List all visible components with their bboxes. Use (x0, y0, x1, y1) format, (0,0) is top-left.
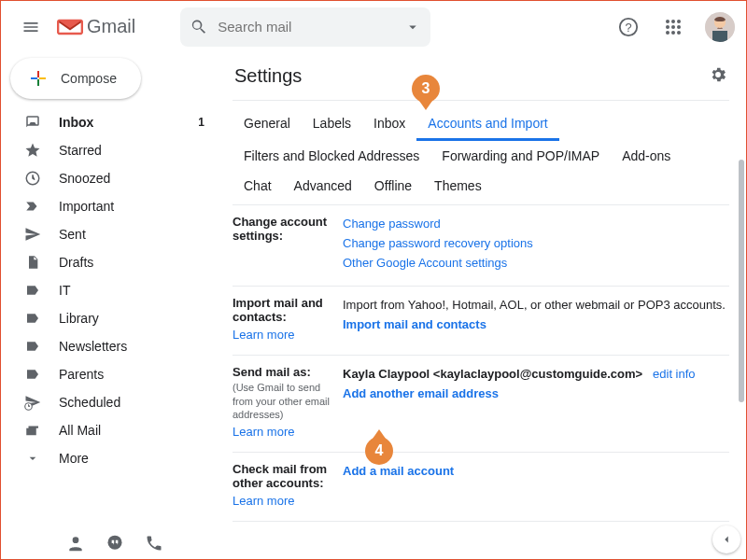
sidebar-item-inbox[interactable]: Inbox 1 (1, 108, 216, 136)
tab-offline[interactable]: Offline (363, 171, 423, 201)
sidebar-item-label: Starred (59, 143, 204, 158)
settings-tabs: General Labels Inbox Accounts and Import… (233, 101, 729, 204)
dropdown-triangle-icon[interactable] (404, 19, 421, 35)
svg-point-9 (677, 31, 681, 35)
section-import-mail: Import mail and contacts: Learn more Imp… (233, 287, 729, 356)
help-icon[interactable]: ? (610, 8, 647, 46)
star-icon (23, 142, 42, 159)
sidebar-item-label: Newsletters (59, 339, 204, 354)
section-change-account: Change account settings: Change password… (233, 205, 729, 287)
section-sublabel: (Use Gmail to send from your other email… (233, 381, 335, 421)
sidebar-item-label: Sent (59, 227, 204, 242)
tab-advanced[interactable]: Advanced (283, 171, 363, 201)
file-icon (23, 254, 42, 271)
sidebar-item-snoozed[interactable]: Snoozed (1, 164, 216, 192)
send-icon (23, 226, 42, 243)
section-label: Change account settings: (233, 215, 343, 273)
search-input[interactable] (218, 19, 395, 35)
add-mail-account-link[interactable]: Add a mail account (343, 464, 454, 478)
tab-chat[interactable]: Chat (233, 171, 283, 201)
sidebar-item-newsletters[interactable]: Newsletters (1, 332, 216, 360)
sidebar-item-important[interactable]: Important (1, 192, 216, 220)
chevron-down-icon (23, 451, 42, 466)
edit-info-link[interactable]: edit info (653, 367, 696, 381)
sidebar-item-label: Snoozed (59, 171, 204, 186)
hangouts-icon[interactable] (106, 534, 124, 555)
sidebar-item-sent[interactable]: Sent (1, 220, 216, 248)
tab-forwarding[interactable]: Forwarding and POP/IMAP (430, 141, 611, 171)
sidebar-item-scheduled[interactable]: Scheduled (1, 388, 216, 416)
gmail-envelope-icon (57, 17, 83, 37)
learn-more-link[interactable]: Learn more (233, 328, 335, 342)
sidebar-item-label: Important (59, 199, 204, 214)
gear-icon[interactable] (709, 65, 727, 87)
footer-icons (66, 534, 163, 555)
tab-general[interactable]: General (233, 108, 302, 141)
section-check-mail: Check mail from other accounts: Learn mo… (233, 453, 729, 522)
sidebar-item-more[interactable]: More (1, 444, 216, 472)
svg-rect-16 (31, 77, 37, 79)
sidebar-item-drafts[interactable]: Drafts (1, 248, 216, 276)
svg-rect-15 (37, 79, 39, 86)
inbox-count: 1 (198, 116, 204, 129)
sidebar-item-label: All Mail (59, 423, 204, 438)
search-bar[interactable] (180, 7, 430, 47)
tab-filters[interactable]: Filters and Blocked Addresses (233, 141, 430, 171)
compose-label: Compose (61, 71, 117, 86)
change-recovery-link[interactable]: Change password recovery options (343, 236, 533, 250)
sidebar-item-label: More (59, 451, 204, 466)
stack-icon (23, 422, 42, 439)
app-name: Gmail (87, 16, 135, 37)
settings-title: Settings (234, 65, 302, 87)
account-avatar[interactable] (705, 12, 735, 42)
tab-labels[interactable]: Labels (302, 108, 362, 141)
svg-rect-12 (712, 31, 727, 42)
section-label: Using Gmail for work? (233, 531, 323, 533)
sidebar-item-it[interactable]: IT (1, 276, 216, 304)
apps-grid-icon[interactable] (655, 8, 692, 46)
phone-icon[interactable] (145, 534, 163, 555)
tab-inbox[interactable]: Inbox (362, 108, 416, 141)
settings-panel: Settings General Labels Inbox Accounts a… (216, 52, 746, 533)
clock-icon (23, 170, 42, 187)
other-google-settings-link[interactable]: Other Google Account settings (343, 256, 507, 270)
svg-point-8 (671, 31, 675, 35)
tab-addons[interactable]: Add-ons (611, 141, 682, 171)
section-label: Send mail as: (233, 365, 311, 379)
scrollbar[interactable] (739, 160, 744, 402)
svg-point-7 (666, 31, 669, 35)
svg-rect-17 (39, 77, 46, 79)
search-icon (190, 18, 208, 36)
gmail-logo[interactable]: Gmail (57, 16, 135, 37)
sidebar-item-starred[interactable]: Starred (1, 136, 216, 164)
section-send-mail-as: Send mail as: (Use Gmail to send from yo… (233, 356, 729, 453)
contacts-icon[interactable] (66, 534, 85, 555)
import-mail-link[interactable]: Import mail and contacts (343, 317, 486, 331)
sidebar-item-label: IT (59, 283, 204, 298)
change-password-link[interactable]: Change password (343, 217, 441, 231)
svg-point-1 (666, 20, 669, 23)
callout-3: 3 (412, 75, 440, 103)
sidebar-item-parents[interactable]: Parents (1, 360, 216, 388)
scheduled-icon (23, 394, 42, 411)
header: Gmail ? (1, 1, 746, 52)
sidebar-item-all-mail[interactable]: All Mail (1, 416, 216, 444)
section-label: Check mail from other accounts: (233, 462, 327, 490)
add-email-link[interactable]: Add another email address (343, 386, 499, 400)
learn-more-link[interactable]: Learn more (233, 425, 335, 439)
learn-more-link[interactable]: Learn more (233, 494, 335, 508)
tab-themes[interactable]: Themes (423, 171, 493, 201)
hamburger-menu-icon[interactable] (12, 8, 49, 46)
label-icon (23, 367, 42, 382)
section-label: Import mail and contacts: (233, 296, 323, 324)
svg-rect-14 (37, 71, 39, 77)
label-icon (23, 283, 42, 298)
tab-accounts-import[interactable]: Accounts and Import (416, 108, 558, 141)
section-gmail-work: Using Gmail for work? Businesses get you… (233, 522, 729, 533)
compose-button[interactable]: Compose (10, 58, 141, 99)
send-as-identity: Kayla Claypool <kaylaclaypool@customguid… (343, 367, 642, 381)
import-description: Import from Yahoo!, Hotmail, AOL, or oth… (343, 298, 726, 312)
side-panel-toggle[interactable] (712, 525, 740, 553)
sidebar-item-library[interactable]: Library (1, 304, 216, 332)
sidebar-item-label: Scheduled (59, 395, 204, 410)
